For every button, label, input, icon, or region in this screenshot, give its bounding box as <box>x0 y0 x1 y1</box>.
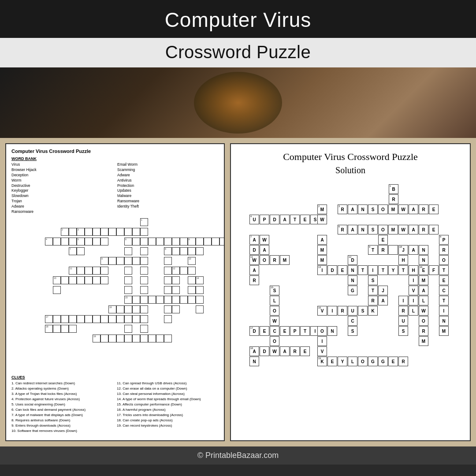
clue-item: 6. Can lock files and demand payment (Ac… <box>11 407 113 413</box>
word-item: Slowdown <box>11 193 113 199</box>
word-item: Malware <box>117 193 219 199</box>
word-bank-label: WORD BANK <box>11 156 219 161</box>
left-panel-title: Computer Virus Crossword Puzzle <box>11 149 219 154</box>
word-item: Destructive <box>11 183 113 189</box>
clue-item: 3. A type of Trojan that locks files (Ac… <box>11 391 113 397</box>
clue-item: 17. Tricks users into downloading (Acros… <box>117 413 219 418</box>
word-item: Email Worm <box>117 162 219 167</box>
word-item: Adware <box>11 204 113 209</box>
crossword-grid: 1 2 3 4 5 6 <box>11 218 219 372</box>
subtitle-bar: Crossword Puzzle <box>0 38 476 67</box>
word-item: Worm <box>11 178 113 183</box>
clue-item: 5. Uses social engineering (Down) <box>11 402 113 407</box>
clues-list: 1. Can redirect internet searches (Down)… <box>11 381 219 434</box>
footer-text: © PrintableBazaar.com <box>0 451 476 460</box>
solution-grid: 1B R 2M 3R A N S O M W A R E 4U P D A T … <box>236 180 465 435</box>
word-item: Deception <box>11 173 113 178</box>
clue-item: 2. Attacks operating systems (Down) <box>11 386 113 391</box>
footer-bar: © PrintableBazaar.com <box>0 446 476 465</box>
word-item: Keylogger <box>11 188 113 193</box>
clue-item: 7. A type of malware that displays ads (… <box>11 413 113 418</box>
subtitle-title: Crossword Puzzle <box>0 42 476 62</box>
clue-item: 11. Can spread through USB drives (Acros… <box>117 381 219 386</box>
word-item: Antivirus <box>117 178 219 183</box>
clue-item: 13. Can steal personal information (Acro… <box>117 391 219 397</box>
word-item: Virus <box>11 162 113 167</box>
word-item: Browser Hijack <box>11 167 113 173</box>
clue-item: 18. Can create pop-up ads (Across) <box>117 418 219 423</box>
header-title: Computer Virus <box>0 8 476 32</box>
clue-item: 1. Can redirect internet searches (Down) <box>11 381 113 386</box>
word-item: Protection <box>117 183 219 189</box>
word-item: Identity Theft <box>117 204 219 209</box>
clues-label: CLUES <box>11 375 219 379</box>
clue-item: 12. Can erase all data on a computer (Do… <box>117 386 219 391</box>
right-panel: Computer Virus Crossword Puzzle Solution… <box>230 143 471 441</box>
word-item: Scamming <box>117 167 219 173</box>
clue-item: 19. Can record keystrokes (Across) <box>117 423 219 428</box>
word-item: Updates <box>117 188 219 193</box>
clue-item: 4. Protection against future viruses (Ac… <box>11 397 113 402</box>
word-item: Adware <box>117 173 219 178</box>
word-item: Ransomware <box>117 199 219 204</box>
clue-item: 14. A type of worm that spreads through … <box>117 397 219 402</box>
word-item: Trojan <box>11 199 113 204</box>
solution-panel-title: Computer Virus Crossword Puzzle <box>236 151 465 163</box>
background-image-area <box>0 67 476 138</box>
clue-item: 9. Enters through downloads (Across) <box>11 423 113 428</box>
panels-container: Computer Virus Crossword Puzzle WORD BAN… <box>0 138 476 446</box>
clue-item: 8. Requires antivirus software (Down) <box>11 418 113 423</box>
left-panel: Computer Virus Crossword Puzzle WORD BAN… <box>5 143 225 441</box>
header-bar: Computer Virus <box>0 0 476 38</box>
word-item: Ransomware <box>11 209 113 215</box>
clue-item: 16. A harmful program (Across) <box>117 407 219 413</box>
clues-section: CLUES 1. Can redirect internet searches … <box>11 375 219 434</box>
clue-item: 10. Software that removes viruses (Down) <box>11 428 113 434</box>
clue-item: 15. Affects computer performance (Down) <box>117 402 219 407</box>
solution-label: Solution <box>236 165 465 175</box>
word-bank-list: Virus Browser Hijack Deception Worm Dest… <box>11 162 219 215</box>
